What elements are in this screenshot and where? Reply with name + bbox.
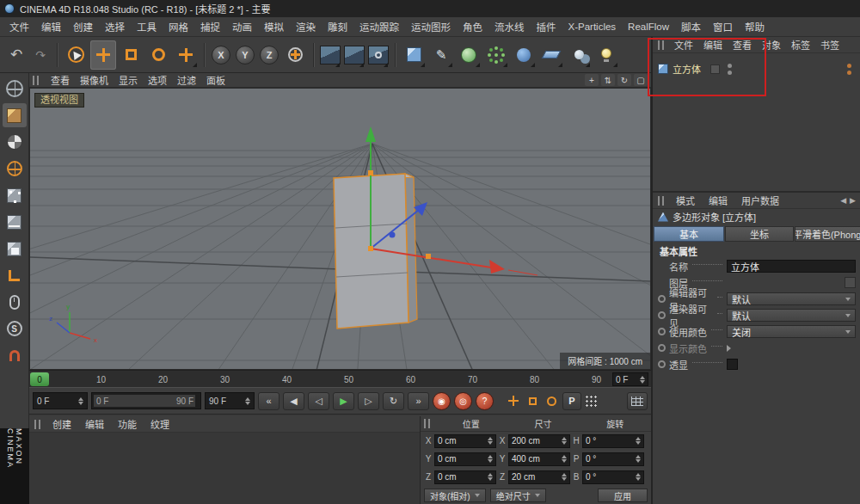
menu-item[interactable]: RealFlow (622, 20, 675, 34)
menu-item[interactable]: 运动跟踪 (353, 18, 405, 35)
panel-grip-icon[interactable] (424, 419, 432, 428)
object-manager-menu-item[interactable]: 标签 (786, 37, 815, 52)
tab-phong[interactable]: 平滑着色(Phong) (795, 226, 860, 242)
keyframe-dot-icon[interactable] (658, 360, 666, 368)
lock-x-axis-button[interactable]: X (210, 40, 232, 70)
material-menu-item[interactable]: 创建 (46, 416, 78, 432)
axis-workplane-button[interactable] (3, 263, 27, 287)
attribute-menu-item[interactable]: 用户数据 (734, 193, 786, 208)
menu-item[interactable]: 创建 (67, 18, 99, 35)
move-tool[interactable] (90, 40, 116, 70)
history-forward-icon[interactable]: ▶ (850, 196, 856, 205)
keyframe-dot-icon[interactable] (658, 328, 666, 335)
object-manager-menu-item[interactable]: 查看 (728, 37, 757, 52)
timeline-window-button[interactable] (627, 392, 648, 410)
menu-item[interactable]: 流水线 (488, 18, 531, 35)
menu-item[interactable]: 帮助 (739, 18, 771, 35)
menu-item[interactable]: 编辑 (35, 18, 67, 35)
material-menu-item[interactable]: 纹理 (144, 416, 176, 432)
editor-visibility-dropdown[interactable]: 默认 (727, 292, 856, 305)
rot-b-input[interactable]: 0 ° (582, 470, 644, 484)
menu-item[interactable]: 脚本 (675, 18, 707, 35)
viewport-menu-item[interactable]: 查看 (46, 72, 75, 88)
history-back-icon[interactable]: ◀ (840, 196, 846, 205)
object-manager-menu-item[interactable]: 对象 (757, 37, 786, 52)
material-list-area[interactable] (29, 433, 420, 504)
viewport-menu-item[interactable]: 摄像机 (75, 72, 114, 88)
lock-z-axis-button[interactable]: Z (258, 40, 280, 70)
tab-basic[interactable]: 基本 (654, 226, 724, 242)
polygon-mode-button[interactable] (3, 237, 27, 261)
goto-end-button[interactable]: » (408, 392, 429, 410)
object-row-cube[interactable]: 立方体 (653, 61, 860, 77)
texture-axis-mode-button[interactable] (3, 157, 27, 181)
scale-tool[interactable] (118, 40, 144, 70)
visibility-dots-icon[interactable] (728, 64, 732, 75)
last-used-tool[interactable] (173, 40, 199, 70)
spline-pen-button[interactable]: ✎ (428, 40, 454, 70)
attribute-menu-item[interactable]: 编辑 (702, 193, 734, 208)
key-scale-toggle[interactable] (525, 393, 540, 409)
menu-item[interactable]: 渲染 (290, 18, 322, 35)
live-selection-tool[interactable] (63, 40, 89, 70)
menu-item[interactable]: 工具 (131, 18, 163, 35)
key-position-toggle[interactable] (506, 393, 521, 409)
light-button[interactable] (593, 40, 619, 70)
play-button[interactable]: ▶ (333, 392, 354, 410)
pos-x-input[interactable]: 0 cm (434, 434, 496, 448)
next-frame-button[interactable]: ▷ (358, 392, 379, 410)
panel-grip-icon[interactable] (33, 76, 40, 85)
material-menu-item[interactable]: 编辑 (78, 416, 111, 432)
object-manager-menu-item[interactable]: 文件 (669, 37, 698, 52)
edit-tag-icon[interactable] (710, 65, 720, 74)
expander-icon[interactable] (727, 345, 731, 352)
array-generator-button[interactable] (483, 40, 509, 70)
maximize-view-icon[interactable]: ▢ (634, 74, 648, 86)
pan-view-icon[interactable]: + (585, 74, 599, 86)
previous-key-button[interactable]: ◀ (283, 392, 304, 410)
coordinate-mode-dropdown[interactable]: 对象(相对) (424, 489, 486, 502)
current-frame-spinner[interactable]: 0 F (33, 392, 88, 409)
menu-item[interactable]: 动画 (226, 18, 258, 35)
viewport-menu-item[interactable]: 显示 (114, 72, 143, 88)
size-y-input[interactable]: 400 cm (508, 452, 570, 466)
attribute-menu-item[interactable]: 模式 (669, 193, 702, 208)
loop-button[interactable]: ↻ (383, 392, 404, 410)
viewport-menu-item[interactable]: 选项 (143, 72, 172, 88)
object-manager-menu-item[interactable]: 编辑 (698, 37, 728, 52)
apply-button[interactable]: 应用 (598, 489, 648, 502)
object-tag-dots-icon[interactable] (847, 64, 851, 75)
render-settings-button[interactable] (367, 40, 390, 70)
keyframe-dot-icon[interactable] (658, 295, 666, 303)
use-color-dropdown[interactable]: 关闭 (727, 325, 856, 338)
key-parameter-toggle[interactable]: P (562, 392, 581, 410)
object-manager-menu-item[interactable]: 书签 (815, 37, 845, 52)
subdivision-surface-button[interactable] (456, 40, 482, 70)
zoom-view-icon[interactable]: ⇅ (601, 74, 615, 86)
material-menu-item[interactable]: 功能 (111, 416, 144, 432)
preview-range-slider[interactable]: 0 F 90 F (91, 392, 201, 409)
key-point-level-toggle[interactable] (585, 395, 598, 408)
goto-start-button[interactable]: « (258, 392, 280, 410)
spinner-arrows-icon[interactable] (640, 376, 645, 384)
previous-frame-button[interactable]: ◁ (308, 392, 329, 410)
menu-item[interactable]: 运动图形 (405, 18, 457, 35)
keying-options-button[interactable]: ? (476, 392, 494, 410)
redo-button[interactable]: ↷ (29, 40, 52, 70)
viewport-canvas[interactable]: x y z 透视视图 网格间距 : 1000 cm (29, 88, 651, 370)
make-editable-button[interactable] (3, 77, 27, 101)
menu-item[interactable]: 雕刻 (322, 18, 353, 35)
point-mode-button[interactable] (3, 183, 27, 207)
environment-button[interactable] (538, 40, 564, 70)
menu-item[interactable]: 选择 (99, 18, 131, 35)
rot-h-input[interactable]: 0 ° (582, 434, 644, 448)
viewport-label[interactable]: 透视视图 (34, 93, 84, 108)
basic-properties-section-header[interactable]: 基本属性 (653, 243, 860, 258)
record-keyframe-button[interactable]: ◉ (433, 392, 451, 410)
panel-grip-icon[interactable] (658, 40, 666, 50)
keyframe-dot-icon[interactable] (658, 311, 666, 319)
menu-item[interactable]: 文件 (3, 18, 35, 35)
xray-checkbox[interactable] (727, 359, 738, 370)
layer-browser-button[interactable] (845, 277, 856, 288)
current-frame-marker[interactable]: 0 (30, 372, 49, 386)
